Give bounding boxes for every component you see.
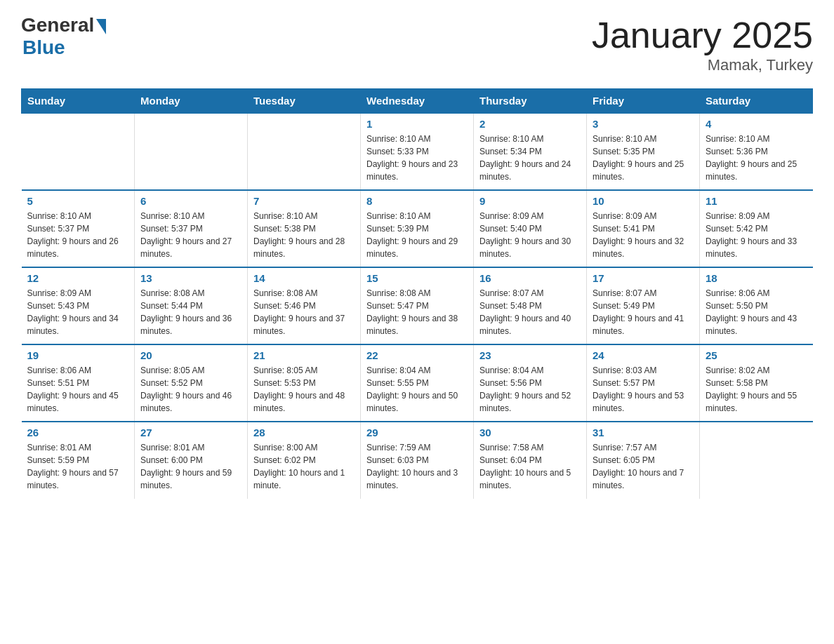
calendar-cell: 29Sunrise: 7:59 AM Sunset: 6:03 PM Dayli… [361,422,474,499]
day-number: 21 [253,349,355,361]
day-info: Sunrise: 8:08 AM Sunset: 5:46 PM Dayligh… [253,287,355,337]
calendar-cell: 5Sunrise: 8:10 AM Sunset: 5:37 PM Daylig… [22,190,135,267]
day-info: Sunrise: 8:03 AM Sunset: 5:57 PM Dayligh… [593,364,694,415]
day-info: Sunrise: 8:05 AM Sunset: 5:52 PM Dayligh… [140,364,241,415]
day-number: 24 [593,349,694,361]
day-number: 29 [366,427,468,438]
calendar-title: January 2025 [592,14,813,56]
day-number: 26 [27,427,129,438]
day-info: Sunrise: 8:07 AM Sunset: 5:48 PM Dayligh… [479,287,581,337]
day-number: 25 [706,349,807,361]
day-info: Sunrise: 8:10 AM Sunset: 5:38 PM Dayligh… [253,210,355,260]
day-number: 7 [253,195,355,207]
day-info: Sunrise: 8:09 AM Sunset: 5:40 PM Dayligh… [479,210,581,260]
calendar-cell: 31Sunrise: 7:57 AM Sunset: 6:05 PM Dayli… [587,422,700,499]
calendar-cell: 14Sunrise: 8:08 AM Sunset: 5:46 PM Dayli… [248,267,361,344]
day-number: 13 [140,272,241,284]
day-info: Sunrise: 8:09 AM Sunset: 5:41 PM Dayligh… [593,210,694,260]
day-info: Sunrise: 8:09 AM Sunset: 5:43 PM Dayligh… [27,287,129,337]
day-info: Sunrise: 8:06 AM Sunset: 5:50 PM Dayligh… [706,287,807,337]
day-number: 23 [479,349,581,361]
day-number: 27 [140,427,241,438]
day-info: Sunrise: 8:00 AM Sunset: 6:02 PM Dayligh… [253,441,355,492]
day-number: 1 [366,118,468,130]
day-info: Sunrise: 8:05 AM Sunset: 5:53 PM Dayligh… [253,364,355,415]
calendar-cell [248,113,361,190]
header-cell-saturday: Saturday [700,89,813,114]
day-number: 9 [479,195,581,207]
calendar-cell: 12Sunrise: 8:09 AM Sunset: 5:43 PM Dayli… [22,267,135,344]
day-number: 14 [253,272,355,284]
day-info: Sunrise: 8:07 AM Sunset: 5:49 PM Dayligh… [593,287,694,337]
title-block: January 2025 Mamak, Turkey [592,14,813,74]
day-info: Sunrise: 8:10 AM Sunset: 5:36 PM Dayligh… [706,133,807,183]
calendar-header: SundayMondayTuesdayWednesdayThursdayFrid… [22,89,813,114]
day-info: Sunrise: 8:01 AM Sunset: 5:59 PM Dayligh… [27,441,129,492]
day-info: Sunrise: 8:02 AM Sunset: 5:58 PM Dayligh… [706,364,807,415]
day-info: Sunrise: 7:58 AM Sunset: 6:04 PM Dayligh… [479,441,581,492]
day-info: Sunrise: 8:10 AM Sunset: 5:33 PM Dayligh… [366,133,468,183]
header-cell-wednesday: Wednesday [361,89,474,114]
calendar-cell: 25Sunrise: 8:02 AM Sunset: 5:58 PM Dayli… [700,344,813,422]
calendar-cell: 2Sunrise: 8:10 AM Sunset: 5:34 PM Daylig… [474,113,587,190]
day-number: 19 [27,349,129,361]
day-info: Sunrise: 8:10 AM Sunset: 5:37 PM Dayligh… [27,210,129,260]
day-info: Sunrise: 8:10 AM Sunset: 5:35 PM Dayligh… [593,133,694,183]
calendar-cell: 23Sunrise: 8:04 AM Sunset: 5:56 PM Dayli… [474,344,587,422]
day-number: 20 [140,349,241,361]
calendar-cell: 30Sunrise: 7:58 AM Sunset: 6:04 PM Dayli… [474,422,587,499]
calendar-cell: 19Sunrise: 8:06 AM Sunset: 5:51 PM Dayli… [22,344,135,422]
day-info: Sunrise: 8:04 AM Sunset: 5:55 PM Dayligh… [366,364,468,415]
week-row-4: 19Sunrise: 8:06 AM Sunset: 5:51 PM Dayli… [22,344,813,422]
calendar-cell: 10Sunrise: 8:09 AM Sunset: 5:41 PM Dayli… [587,190,700,267]
day-number: 6 [140,195,241,207]
day-number: 10 [593,195,694,207]
calendar-cell: 3Sunrise: 8:10 AM Sunset: 5:35 PM Daylig… [587,113,700,190]
day-number: 18 [706,272,807,284]
day-info: Sunrise: 8:04 AM Sunset: 5:56 PM Dayligh… [479,364,581,415]
week-row-5: 26Sunrise: 8:01 AM Sunset: 5:59 PM Dayli… [22,422,813,499]
day-number: 3 [593,118,694,130]
day-number: 17 [593,272,694,284]
day-info: Sunrise: 8:10 AM Sunset: 5:37 PM Dayligh… [140,210,241,260]
day-info: Sunrise: 8:08 AM Sunset: 5:47 PM Dayligh… [366,287,468,337]
calendar-cell: 13Sunrise: 8:08 AM Sunset: 5:44 PM Dayli… [135,267,248,344]
calendar-cell: 27Sunrise: 8:01 AM Sunset: 6:00 PM Dayli… [135,422,248,499]
header-cell-thursday: Thursday [474,89,587,114]
day-info: Sunrise: 8:06 AM Sunset: 5:51 PM Dayligh… [27,364,129,415]
day-number: 2 [479,118,581,130]
calendar-table: SundayMondayTuesdayWednesdayThursdayFrid… [21,88,813,499]
day-info: Sunrise: 8:10 AM Sunset: 5:39 PM Dayligh… [366,210,468,260]
calendar-cell: 9Sunrise: 8:09 AM Sunset: 5:40 PM Daylig… [474,190,587,267]
day-number: 16 [479,272,581,284]
day-number: 5 [27,195,129,207]
header-cell-sunday: Sunday [22,89,135,114]
week-row-2: 5Sunrise: 8:10 AM Sunset: 5:37 PM Daylig… [22,190,813,267]
logo-triangle-icon [96,19,106,34]
day-number: 11 [706,195,807,207]
logo-blue-text: Blue [22,36,65,59]
day-info: Sunrise: 7:57 AM Sunset: 6:05 PM Dayligh… [593,441,694,492]
day-info: Sunrise: 7:59 AM Sunset: 6:03 PM Dayligh… [366,441,468,492]
logo-general-text: General [21,14,94,36]
calendar-cell [700,422,813,499]
day-number: 8 [366,195,468,207]
calendar-cell: 18Sunrise: 8:06 AM Sunset: 5:50 PM Dayli… [700,267,813,344]
calendar-body: 1Sunrise: 8:10 AM Sunset: 5:33 PM Daylig… [22,113,813,499]
calendar-cell: 15Sunrise: 8:08 AM Sunset: 5:47 PM Dayli… [361,267,474,344]
day-number: 30 [479,427,581,438]
day-info: Sunrise: 8:01 AM Sunset: 6:00 PM Dayligh… [140,441,241,492]
calendar-cell: 7Sunrise: 8:10 AM Sunset: 5:38 PM Daylig… [248,190,361,267]
page-header: General Blue January 2025 Mamak, Turkey [21,14,813,74]
calendar-cell: 4Sunrise: 8:10 AM Sunset: 5:36 PM Daylig… [700,113,813,190]
calendar-cell: 22Sunrise: 8:04 AM Sunset: 5:55 PM Dayli… [361,344,474,422]
logo: General Blue [21,14,106,59]
calendar-cell [135,113,248,190]
week-row-3: 12Sunrise: 8:09 AM Sunset: 5:43 PM Dayli… [22,267,813,344]
calendar-cell: 11Sunrise: 8:09 AM Sunset: 5:42 PM Dayli… [700,190,813,267]
header-row: SundayMondayTuesdayWednesdayThursdayFrid… [22,89,813,114]
day-info: Sunrise: 8:09 AM Sunset: 5:42 PM Dayligh… [706,210,807,260]
calendar-cell: 24Sunrise: 8:03 AM Sunset: 5:57 PM Dayli… [587,344,700,422]
calendar-cell: 20Sunrise: 8:05 AM Sunset: 5:52 PM Dayli… [135,344,248,422]
header-cell-monday: Monday [135,89,248,114]
